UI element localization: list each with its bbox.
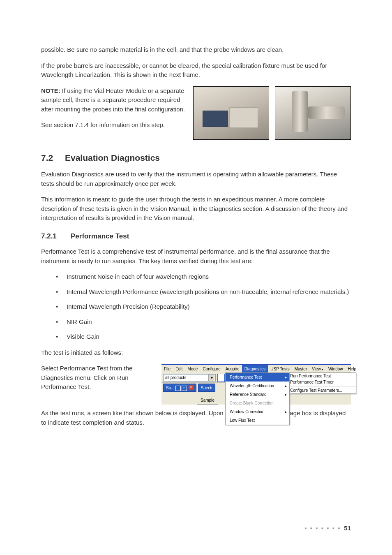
minimize-icon[interactable]: _	[175, 386, 181, 391]
footer-dots: ▪ ▪ ▪ ▪ ▪ ▪ ▪	[304, 525, 341, 532]
heading-number: 7.2.1	[41, 231, 71, 242]
list-item: Internal Wavelength Performance (wavelen…	[67, 287, 351, 297]
new-doc-icon[interactable]	[217, 374, 225, 382]
window-sa-label: Sa...	[166, 385, 175, 391]
menu-item-configure[interactable]: Configure	[200, 365, 223, 373]
paragraph: The test is initiated as follows:	[41, 348, 351, 358]
menu-item-view[interactable]: View	[309, 365, 326, 373]
menu-item-file[interactable]: File	[161, 365, 173, 373]
heading-number: 7.2	[41, 151, 65, 164]
window-spectr[interactable]: Spectr	[198, 384, 216, 392]
menu-item-edit[interactable]: Edit	[173, 365, 185, 373]
menu-item-window-correction[interactable]: Window Correction	[226, 407, 289, 416]
maximize-icon[interactable]: □	[182, 386, 187, 391]
menu-item-run-performance-test[interactable]: Run Performance Test	[290, 373, 356, 379]
page-footer: ▪ ▪ ▪ ▪ ▪ ▪ ▪51	[304, 524, 351, 533]
page-number: 51	[344, 525, 351, 532]
menu-item-create-blank-correction: Create Blank Correction	[226, 399, 289, 407]
paragraph: See section 7.1.4 for information on thi…	[41, 120, 188, 130]
note-label: NOTE:	[41, 87, 60, 94]
menu-item-performance-test[interactable]: Performance Test	[226, 373, 289, 382]
heading-7-2-1: 7.2.1 Performance Test	[41, 231, 351, 242]
menu-item-reference-standard[interactable]: Reference Standard	[226, 390, 289, 399]
heading-title: Evaluation Diagnostics	[65, 151, 160, 164]
menu-item-master[interactable]: Master	[292, 365, 310, 373]
paragraph: If the probe barrels are inaccessible, o…	[41, 61, 351, 80]
menu-item-acquire[interactable]: Acquire	[223, 365, 242, 373]
menu-separator	[290, 386, 356, 386]
window-spectr-label: Spectr	[201, 385, 213, 391]
list-item: Internal Wavelength Precision (Repeatabi…	[67, 302, 351, 312]
menu-item-help[interactable]: Help	[346, 365, 359, 373]
photo-vial-heater	[193, 86, 269, 140]
list-item: NIR Gain	[67, 317, 351, 327]
screenshot-diagnostics-menu: FileEditModeConfigureAcquireDiagnosticsU…	[161, 364, 351, 405]
paragraph: possible. Be sure no sample material is …	[41, 45, 351, 55]
heading-7-2: 7.2 Evaluation Diagnostics	[41, 151, 351, 164]
bullet-list: Instrument Noise in each of four wavelen…	[41, 272, 351, 342]
window-sa[interactable]: Sa... _□ ×	[163, 384, 196, 392]
performance-test-submenu: Run Performance TestPerformance Test Tim…	[290, 372, 356, 394]
products-combo[interactable]: all products	[163, 374, 216, 382]
photo-calibration-fixture	[275, 86, 351, 140]
note-paragraph: NOTE: If using the Vial Heater Module or…	[41, 86, 188, 114]
menu-item-configure-test-parameters-[interactable]: Configure Test Parameters...	[290, 387, 356, 393]
paragraph: This information is meant to guide the u…	[41, 195, 351, 223]
list-item: Instrument Noise in each of four wavelen…	[67, 272, 351, 282]
menu-item-performance-test-timer[interactable]: Performance Test Timer	[290, 379, 356, 385]
menu-item-usp-tests[interactable]: USP Tests	[268, 365, 292, 373]
list-item: Visible Gain	[67, 332, 351, 342]
sample-button[interactable]: Sample	[197, 396, 218, 405]
paragraph: Performance Test is a comprehensive test…	[41, 247, 351, 266]
step-paragraph: Select Performance Test from the Diagnos…	[41, 364, 149, 392]
menu-item-wavelength-certification[interactable]: Wavelength Certification	[226, 382, 289, 390]
menu-item-mode[interactable]: Mode	[185, 365, 200, 373]
menu-item-diagnostics[interactable]: Diagnostics	[242, 365, 268, 373]
note-body: If using the Vial Heater Module or a sep…	[41, 87, 185, 113]
paragraph: As the test runs, a screen like that sho…	[41, 409, 351, 427]
menubar: FileEditModeConfigureAcquireDiagnosticsU…	[161, 365, 351, 373]
menu-item-window[interactable]: Window	[326, 365, 346, 373]
paragraph: Evaluation Diagnostics are used to verif…	[41, 170, 351, 188]
menu-item-low-flux-test[interactable]: Low Flux Test	[226, 416, 289, 425]
heading-title: Performance Test	[71, 231, 129, 242]
diagnostics-dropdown: Performance TestWavelength Certification…	[225, 372, 290, 425]
close-icon[interactable]: ×	[189, 385, 194, 390]
